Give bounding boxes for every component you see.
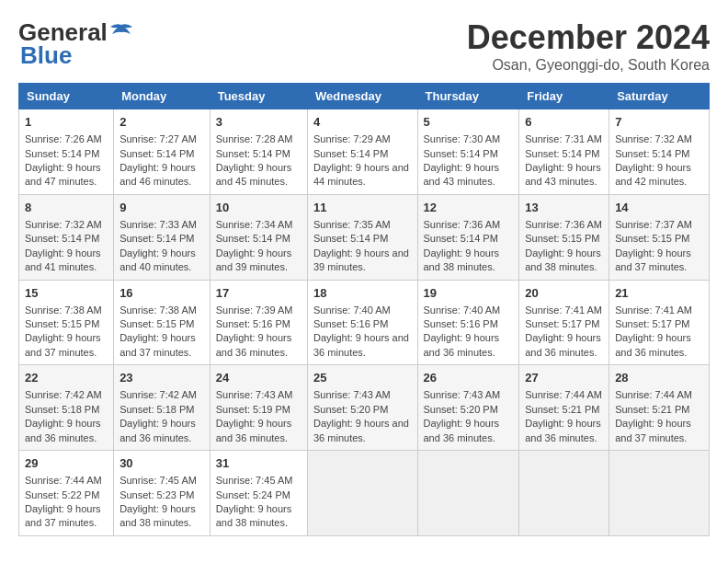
table-row: 11Sunrise: 7:35 AMSunset: 5:14 PMDayligh… [308,194,418,280]
day-number: 14 [615,200,703,216]
table-row: 24Sunrise: 7:43 AMSunset: 5:19 PMDayligh… [210,365,307,451]
day-info: Sunrise: 7:31 AMSunset: 5:14 PMDaylight:… [525,133,602,187]
day-number: 5 [424,114,514,131]
calendar-row-3: 15Sunrise: 7:38 AMSunset: 5:15 PMDayligh… [19,280,710,365]
day-number: 22 [25,370,108,386]
table-row: 3Sunrise: 7:28 AMSunset: 5:14 PMDaylight… [210,109,307,195]
col-sunday: Sunday [19,84,114,109]
day-number: 7 [615,114,703,131]
title-section: December 2024 Osan, Gyeonggi-do, South K… [467,18,710,74]
day-info: Sunrise: 7:42 AMSunset: 5:18 PMDaylight:… [119,389,197,442]
table-row: 18Sunrise: 7:40 AMSunset: 5:16 PMDayligh… [308,280,418,365]
day-info: Sunrise: 7:35 AMSunset: 5:14 PMDaylight:… [313,219,409,272]
table-row: 22Sunrise: 7:42 AMSunset: 5:18 PMDayligh… [19,365,114,451]
page-container: General Blue December 2024 Osan, Gyeongg… [18,18,710,536]
table-row: 20Sunrise: 7:41 AMSunset: 5:17 PMDayligh… [519,280,609,365]
day-number: 23 [119,370,204,386]
calendar-body: 1Sunrise: 7:26 AMSunset: 5:14 PMDaylight… [19,109,710,536]
table-row: 26Sunrise: 7:43 AMSunset: 5:20 PMDayligh… [417,365,519,451]
day-info: Sunrise: 7:39 AMSunset: 5:16 PMDaylight:… [216,304,293,358]
table-row: 5Sunrise: 7:30 AMSunset: 5:14 PMDaylight… [417,109,519,195]
table-row: 9Sunrise: 7:33 AMSunset: 5:14 PMDaylight… [114,194,210,280]
day-info: Sunrise: 7:42 AMSunset: 5:18 PMDaylight:… [25,389,102,442]
logo-bird-icon [108,23,134,43]
table-row: 12Sunrise: 7:36 AMSunset: 5:14 PMDayligh… [417,194,519,280]
day-number: 27 [525,370,603,386]
day-info: Sunrise: 7:36 AMSunset: 5:15 PMDaylight:… [525,219,602,272]
day-info: Sunrise: 7:45 AMSunset: 5:23 PMDaylight:… [119,475,197,528]
day-info: Sunrise: 7:34 AMSunset: 5:14 PMDaylight:… [216,219,293,272]
table-row: 28Sunrise: 7:44 AMSunset: 5:21 PMDayligh… [609,365,710,451]
day-number: 2 [119,114,204,131]
day-info: Sunrise: 7:30 AMSunset: 5:14 PMDaylight:… [424,133,501,187]
col-tuesday: Tuesday [210,84,307,109]
table-row: 6Sunrise: 7:31 AMSunset: 5:14 PMDaylight… [519,109,609,195]
table-row: 8Sunrise: 7:32 AMSunset: 5:14 PMDaylight… [19,194,114,280]
day-number: 11 [313,200,412,216]
day-number: 1 [25,114,108,131]
day-info: Sunrise: 7:43 AMSunset: 5:19 PMDaylight:… [216,389,293,442]
day-info: Sunrise: 7:32 AMSunset: 5:14 PMDaylight:… [25,219,102,272]
day-number: 16 [119,285,204,302]
day-number: 21 [615,285,703,302]
day-info: Sunrise: 7:33 AMSunset: 5:14 PMDaylight:… [119,219,197,272]
day-number: 10 [216,200,301,216]
day-info: Sunrise: 7:45 AMSunset: 5:24 PMDaylight:… [216,475,293,528]
table-row: 16Sunrise: 7:38 AMSunset: 5:15 PMDayligh… [114,280,210,365]
day-info: Sunrise: 7:28 AMSunset: 5:14 PMDaylight:… [216,133,293,187]
day-number: 20 [525,285,603,302]
table-row [308,451,418,536]
table-row: 2Sunrise: 7:27 AMSunset: 5:14 PMDaylight… [114,109,210,195]
day-number: 28 [615,370,703,386]
table-row: 25Sunrise: 7:43 AMSunset: 5:20 PMDayligh… [308,365,418,451]
day-info: Sunrise: 7:37 AMSunset: 5:15 PMDaylight:… [615,219,692,272]
day-info: Sunrise: 7:44 AMSunset: 5:22 PMDaylight:… [25,475,102,528]
day-number: 15 [25,285,108,302]
calendar-table: Sunday Monday Tuesday Wednesday Thursday… [18,83,710,536]
day-info: Sunrise: 7:27 AMSunset: 5:14 PMDaylight:… [119,133,197,187]
day-info: Sunrise: 7:44 AMSunset: 5:21 PMDaylight:… [615,389,692,442]
calendar-row-5: 29Sunrise: 7:44 AMSunset: 5:22 PMDayligh… [19,451,710,536]
table-row: 17Sunrise: 7:39 AMSunset: 5:16 PMDayligh… [210,280,307,365]
day-number: 24 [216,370,301,386]
day-number: 26 [424,370,514,386]
day-number: 29 [25,455,108,472]
day-info: Sunrise: 7:38 AMSunset: 5:15 PMDaylight:… [119,304,197,358]
table-row: 21Sunrise: 7:41 AMSunset: 5:17 PMDayligh… [609,280,710,365]
table-row: 4Sunrise: 7:29 AMSunset: 5:14 PMDaylight… [308,109,418,195]
logo-image: General Blue [18,18,135,70]
day-number: 31 [216,455,301,472]
table-row: 15Sunrise: 7:38 AMSunset: 5:15 PMDayligh… [19,280,114,365]
calendar-header-row: Sunday Monday Tuesday Wednesday Thursday… [19,84,710,109]
day-info: Sunrise: 7:44 AMSunset: 5:21 PMDaylight:… [525,389,602,442]
day-info: Sunrise: 7:32 AMSunset: 5:14 PMDaylight:… [615,133,692,187]
day-number: 19 [424,285,514,302]
col-friday: Friday [519,84,609,109]
calendar-row-1: 1Sunrise: 7:26 AMSunset: 5:14 PMDaylight… [19,109,710,195]
table-row: 7Sunrise: 7:32 AMSunset: 5:14 PMDaylight… [609,109,710,195]
calendar-row-4: 22Sunrise: 7:42 AMSunset: 5:18 PMDayligh… [19,365,710,451]
calendar-row-2: 8Sunrise: 7:32 AMSunset: 5:14 PMDaylight… [19,194,710,280]
table-row [609,451,710,536]
day-number: 17 [216,285,301,302]
day-number: 8 [25,200,108,216]
col-saturday: Saturday [609,84,710,109]
day-number: 25 [313,370,412,386]
day-number: 18 [313,285,412,302]
day-number: 4 [313,114,412,131]
month-title: December 2024 [467,18,710,57]
day-number: 9 [119,200,204,216]
day-number: 13 [525,200,603,216]
day-info: Sunrise: 7:43 AMSunset: 5:20 PMDaylight:… [424,389,501,442]
table-row: 14Sunrise: 7:37 AMSunset: 5:15 PMDayligh… [609,194,710,280]
location-title: Osan, Gyeonggi-do, South Korea [467,57,710,74]
table-row: 29Sunrise: 7:44 AMSunset: 5:22 PMDayligh… [19,451,114,536]
table-row: 27Sunrise: 7:44 AMSunset: 5:21 PMDayligh… [519,365,609,451]
day-info: Sunrise: 7:38 AMSunset: 5:15 PMDaylight:… [25,304,102,358]
day-info: Sunrise: 7:43 AMSunset: 5:20 PMDaylight:… [313,389,409,442]
table-row: 31Sunrise: 7:45 AMSunset: 5:24 PMDayligh… [210,451,307,536]
col-thursday: Thursday [417,84,519,109]
table-row: 30Sunrise: 7:45 AMSunset: 5:23 PMDayligh… [114,451,210,536]
day-info: Sunrise: 7:36 AMSunset: 5:14 PMDaylight:… [424,219,501,272]
header: General Blue December 2024 Osan, Gyeongg… [18,18,710,74]
